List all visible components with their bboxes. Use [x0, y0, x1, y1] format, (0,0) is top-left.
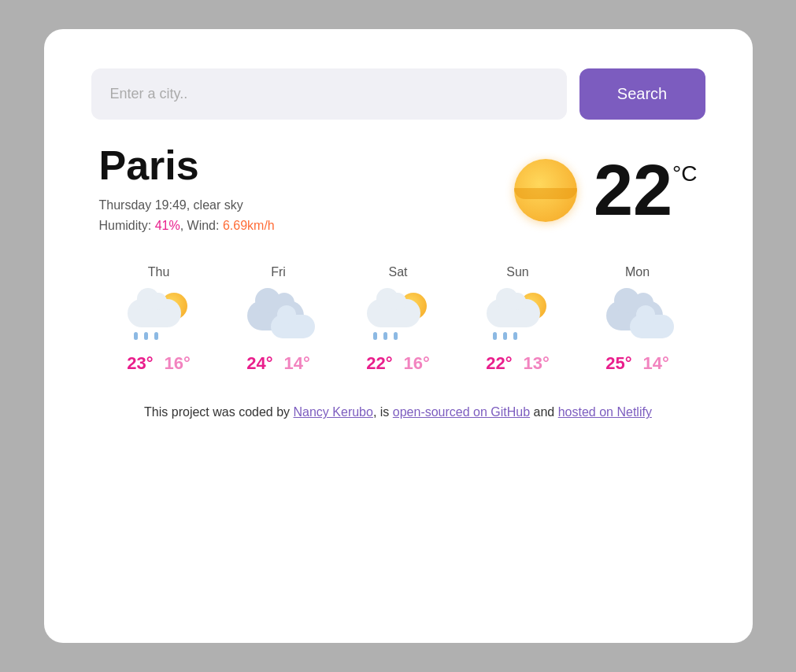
weather-icon-sat: [363, 289, 434, 344]
forecast-day-thu: Thu 23° 16°: [99, 265, 219, 374]
temp-low-sun: 13°: [524, 353, 550, 374]
temperature-value: 22: [594, 155, 672, 226]
temp-high-mon: 25°: [605, 353, 631, 374]
wind-label: Wind:: [187, 219, 220, 232]
weather-icon-thu: [124, 289, 194, 344]
humidity-value: 41%: [155, 219, 180, 232]
current-weather-icon: [510, 155, 581, 226]
netlify-link[interactable]: hosted on Netlify: [558, 405, 652, 419]
forecast-temps-mon: 25° 14°: [605, 353, 669, 374]
temp-high-fri: 24°: [246, 353, 272, 374]
day-label-fri: Fri: [271, 265, 286, 279]
forecast-day-fri: Fri 24° 14°: [219, 265, 339, 374]
current-weather-section: Paris Thursday 19:49, clear sky Humidity…: [91, 145, 705, 235]
forecast-temps-fri: 24° 14°: [246, 353, 310, 374]
day-label-sun: Sun: [506, 265, 528, 279]
day-label-sat: Sat: [388, 265, 407, 279]
forecast-day-sun: Sun 22° 13°: [458, 265, 578, 374]
temperature-display: 22 °C: [594, 155, 698, 226]
weather-card: Search Paris Thursday 19:49, clear sky H…: [44, 29, 753, 643]
city-search-input[interactable]: [91, 68, 567, 120]
cloud-sun-icon-sun: [487, 293, 550, 340]
weather-icon-sun: [483, 289, 553, 344]
search-row: Search: [91, 68, 705, 120]
temperature-unit: °C: [672, 161, 697, 186]
weather-icon-fri: [243, 289, 314, 344]
city-info: Paris Thursday 19:49, clear sky Humidity…: [99, 145, 275, 235]
forecast-temps-sun: 22° 13°: [486, 353, 550, 374]
day-label-thu: Thu: [148, 265, 170, 279]
footer-text-before: This project was coded by: [144, 405, 293, 419]
author-link[interactable]: Nancy Kerubo: [294, 405, 373, 419]
forecast-days-row: Thu 23° 16°: [91, 265, 705, 374]
temp-low-mon: 14°: [643, 353, 669, 374]
temp-low-sat: 16°: [404, 353, 430, 374]
forecast-temps-sat: 22° 16°: [366, 353, 430, 374]
temp-low-thu: 16°: [165, 353, 191, 374]
temp-high-sat: 22°: [366, 353, 392, 374]
humidity-label: Humidity:: [99, 219, 152, 232]
footer-text-and: and: [530, 405, 558, 419]
temp-block: 22 °C: [510, 155, 698, 226]
forecast-temps-thu: 23° 16°: [127, 353, 191, 374]
datetime-text: Thursday 19:49, clear sky: [99, 198, 243, 212]
wind-value: 6.69km/h: [223, 219, 275, 232]
temp-low-fri: 14°: [284, 353, 310, 374]
forecast-section: Thu 23° 16°: [91, 265, 705, 374]
cloud-only-icon-fri: [247, 295, 310, 338]
city-details: Thursday 19:49, clear sky Humidity: 41%,…: [99, 195, 275, 235]
forecast-day-mon: Mon 25° 14°: [578, 265, 698, 374]
footer: This project was coded by Nancy Kerubo, …: [91, 402, 705, 423]
cloud-only-icon-mon: [606, 295, 669, 338]
cloud-sun-icon-thu: [128, 293, 191, 340]
search-button[interactable]: Search: [579, 68, 705, 120]
temp-high-sun: 22°: [486, 353, 512, 374]
footer-text-middle: , is: [373, 405, 393, 419]
temp-high-thu: 23°: [127, 353, 153, 374]
day-label-mon: Mon: [625, 265, 650, 279]
forecast-day-sat: Sat 22° 16°: [339, 265, 458, 374]
weather-icon-mon: [602, 289, 673, 344]
github-link[interactable]: open-sourced on GitHub: [393, 405, 530, 419]
city-name: Paris: [99, 145, 275, 186]
cloud-sun-icon-sat: [367, 293, 430, 340]
